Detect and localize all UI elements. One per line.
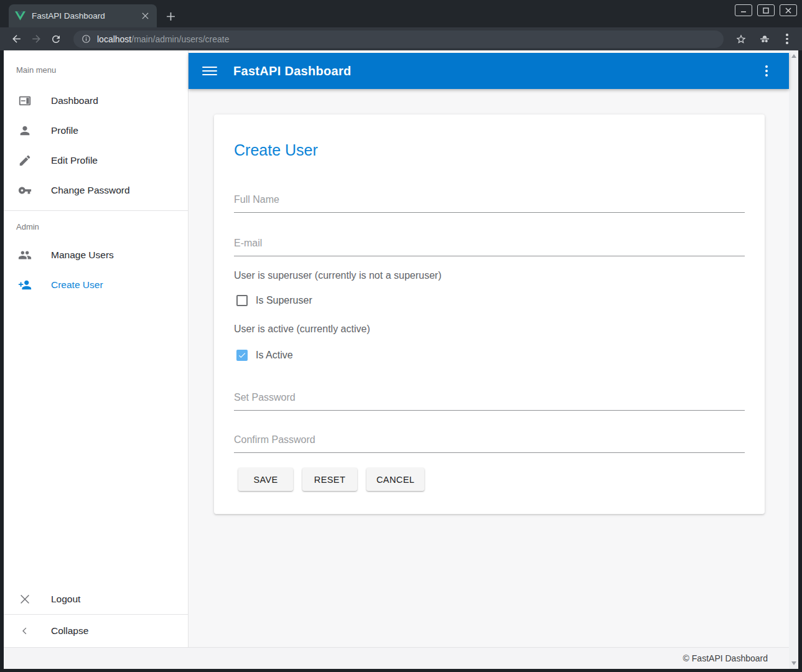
sidebar-item-label: Change Password [51, 185, 130, 196]
window-maximize-button[interactable] [757, 4, 775, 16]
url-bar[interactable]: localhost/main/admin/users/create [73, 30, 724, 48]
sidebar-item-dashboard[interactable]: Dashboard [4, 86, 188, 116]
scroll-up-icon[interactable] [789, 52, 798, 60]
confirm-password-field[interactable] [234, 434, 745, 453]
copyright-text: © FastAPI Dashboard [683, 653, 768, 663]
is-active-row: Is Active [234, 350, 745, 361]
sidebar-item-label: Create User [51, 279, 103, 291]
url-path: /main/admin/users/create [131, 34, 229, 44]
sidebar-item-manage-users[interactable]: Manage Users [4, 240, 188, 270]
full-name-field[interactable] [234, 194, 745, 213]
forward-button[interactable] [26, 29, 46, 49]
save-button[interactable]: SAVE [238, 468, 293, 491]
superuser-hint: User is superuser (currently is not a su… [234, 270, 745, 281]
person-add-icon [17, 278, 32, 292]
tab-close-icon[interactable] [139, 11, 151, 22]
scroll-down-icon[interactable] [789, 659, 798, 668]
app-title: FastAPI Dashboard [233, 64, 758, 78]
reset-button[interactable]: RESET [302, 468, 357, 491]
close-icon [17, 592, 32, 607]
sidebar-section-main-menu: Main menu [4, 50, 188, 86]
form-actions: SAVE RESET CANCEL [234, 468, 745, 491]
sidebar-item-edit-profile[interactable]: Edit Profile [4, 146, 188, 175]
tab-title: FastAPI Dashboard [32, 11, 139, 21]
browser-menu-icon[interactable] [778, 29, 796, 49]
is-active-checkbox[interactable] [236, 350, 248, 361]
sidebar-item-logout[interactable]: Logout [4, 584, 188, 614]
main-area: FastAPI Dashboard Create User User is su… [189, 50, 789, 647]
url-text: localhost/main/admin/users/create [97, 34, 229, 44]
set-password-field[interactable] [234, 392, 745, 411]
browser-tab[interactable]: FastAPI Dashboard [9, 4, 157, 27]
is-active-label: Is Active [256, 350, 293, 361]
sidebar-item-label: Manage Users [51, 250, 114, 261]
sidebar: Main menu Dashboard Profile Edit Profile… [4, 50, 189, 647]
page-footer: © FastAPI Dashboard [4, 647, 789, 669]
appbar-menu-icon[interactable] [758, 65, 775, 77]
vue-logo-icon [15, 11, 26, 21]
chevron-left-icon [17, 623, 32, 638]
sidebar-bottom: Logout Collapse [4, 584, 188, 647]
sidebar-item-label: Edit Profile [51, 155, 98, 166]
email-field[interactable] [234, 238, 745, 256]
is-superuser-label: Is Superuser [256, 295, 312, 306]
site-info-icon[interactable] [82, 34, 91, 44]
create-user-card: Create User User is superuser (currently… [214, 114, 765, 514]
sidebar-section-admin: Admin [4, 211, 188, 240]
browser-titlebar: FastAPI Dashboard [0, 0, 802, 27]
bookmark-star-icon[interactable] [731, 29, 751, 49]
sidebar-item-collapse[interactable]: Collapse [4, 615, 188, 647]
app-bar: FastAPI Dashboard [189, 53, 789, 89]
cancel-button[interactable]: CANCEL [366, 468, 424, 491]
window-minimize-button[interactable] [735, 4, 752, 16]
person-icon [17, 123, 32, 138]
key-icon [17, 183, 32, 198]
pencil-icon [17, 153, 32, 168]
sidebar-item-label: Profile [51, 125, 78, 136]
is-superuser-row: Is Superuser [234, 295, 745, 306]
reload-button[interactable] [46, 29, 66, 49]
page: Main menu Dashboard Profile Edit Profile… [4, 50, 798, 669]
sidebar-item-label: Collapse [51, 625, 88, 637]
incognito-icon [755, 29, 775, 49]
content-area: Create User User is superuser (currently… [189, 89, 789, 647]
dashboard-icon [17, 93, 32, 108]
page-scrollbar[interactable] [789, 50, 798, 669]
is-superuser-checkbox[interactable] [236, 295, 248, 306]
sidebar-item-create-user[interactable]: Create User [4, 270, 188, 300]
page-title: Create User [234, 141, 745, 159]
sidebar-item-change-password[interactable]: Change Password [4, 175, 188, 205]
browser-navbar: localhost/main/admin/users/create [0, 27, 802, 50]
sidebar-item-label: Dashboard [51, 95, 98, 106]
window-close-button[interactable] [780, 4, 797, 16]
new-tab-icon[interactable] [163, 9, 178, 24]
check-icon [238, 351, 246, 360]
back-button[interactable] [6, 29, 26, 49]
active-hint: User is active (currently active) [234, 324, 745, 335]
people-icon [17, 248, 32, 263]
sidebar-item-profile[interactable]: Profile [4, 116, 188, 146]
sidebar-item-label: Logout [51, 594, 80, 605]
url-host: localhost [97, 34, 131, 44]
hamburger-menu-icon[interactable] [202, 63, 217, 78]
